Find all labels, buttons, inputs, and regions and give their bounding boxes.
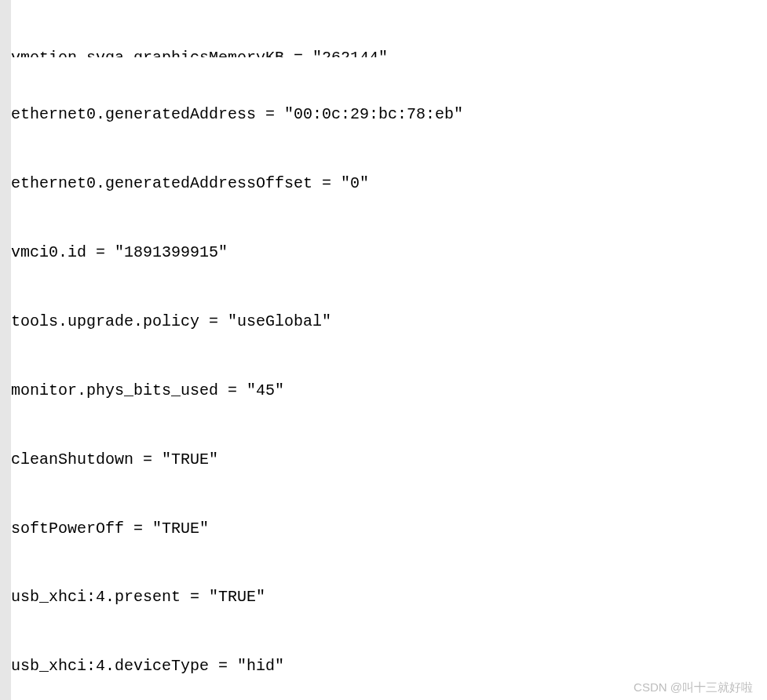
config-line: vmci0.id = "1891399915"	[11, 241, 767, 264]
config-line-cutoff: vmotion.svga.graphicsMemoryKB = "262144"	[11, 46, 767, 57]
config-line: usb_xhci:4.deviceType = "hid"	[11, 654, 767, 677]
config-line: monitor.phys_bits_used = "45"	[11, 379, 767, 402]
config-line: cleanShutdown = "TRUE"	[11, 448, 767, 471]
config-line: ethernet0.generatedAddressOffset = "0"	[11, 172, 767, 195]
config-line: tools.upgrade.policy = "useGlobal"	[11, 310, 767, 333]
config-line: softPowerOff = "TRUE"	[11, 517, 767, 540]
editor-content[interactable]: vmotion.svga.graphicsMemoryKB = "262144"…	[11, 0, 767, 700]
config-line: usb_xhci:4.present = "TRUE"	[11, 585, 767, 608]
config-line: ethernet0.generatedAddress = "00:0c:29:b…	[11, 103, 767, 126]
editor-gutter	[0, 0, 11, 700]
csdn-watermark: CSDN @叫十三就好啦	[634, 680, 753, 695]
